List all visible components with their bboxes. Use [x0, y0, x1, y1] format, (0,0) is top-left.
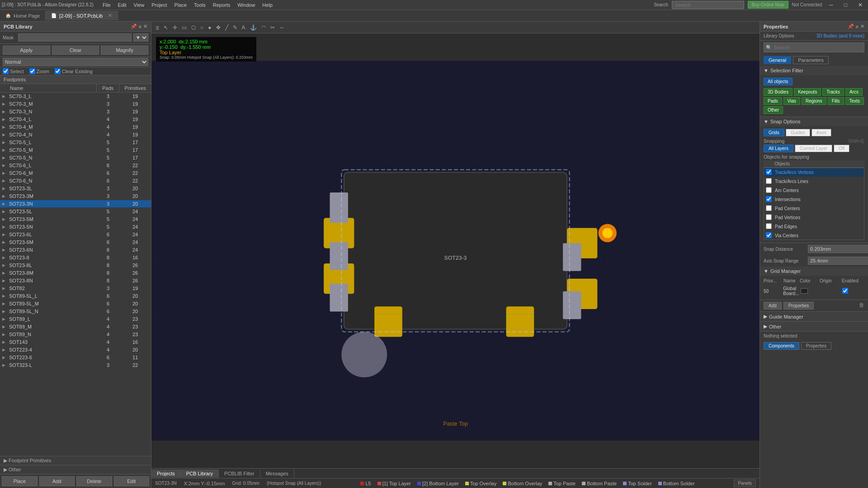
- cut-icon[interactable]: ✂: [269, 23, 276, 32]
- snap-tab-grids[interactable]: Grids: [764, 129, 784, 136]
- snap-object-row[interactable]: Pad Edges: [764, 222, 864, 231]
- guide-manager-header[interactable]: ▶ Guide Manager: [760, 312, 868, 321]
- snap-tab-axes[interactable]: Axes: [811, 129, 831, 136]
- table-row[interactable]: ▶ SOT82 3 19: [0, 285, 151, 292]
- dot-icon[interactable]: ●: [207, 23, 212, 32]
- add-button[interactable]: Add: [39, 476, 75, 486]
- magnify-button[interactable]: Magnify: [101, 46, 148, 55]
- selection-filter-chip[interactable]: Arcs: [845, 88, 863, 96]
- col-pads-header[interactable]: Pads: [97, 84, 119, 92]
- footprint-primitives-toggle[interactable]: ▶ Footprint Primitives: [0, 456, 151, 465]
- panel-pin-button[interactable]: 📌: [131, 23, 137, 29]
- snap-object-checkbox[interactable]: [766, 178, 772, 184]
- layer-tab[interactable]: Bottom Paste: [579, 480, 619, 487]
- menu-edit[interactable]: Edit: [114, 1, 130, 9]
- table-row[interactable]: ▶ SC70-3_L 3 19: [0, 93, 151, 100]
- table-row[interactable]: ▶ SC70-5_N 5 17: [0, 154, 151, 162]
- snap-object-row[interactable]: Intersections: [764, 195, 864, 204]
- tab-pcblib-filter[interactable]: PCBLIB Filter: [219, 469, 260, 478]
- selection-filter-chip[interactable]: Keepouts: [794, 88, 821, 96]
- tab-parameters[interactable]: Parameters: [793, 56, 829, 64]
- layer-tab[interactable]: [1] Top Layer: [375, 480, 414, 487]
- place-button[interactable]: Place: [2, 476, 38, 486]
- tab-pcb-library[interactable]: PCB Library: [181, 469, 219, 478]
- text-icon[interactable]: A: [241, 23, 247, 32]
- grid-delete-button[interactable]: 🗑: [859, 302, 864, 310]
- clear-button[interactable]: Clear: [52, 46, 99, 55]
- snap-object-row[interactable]: Pad Centers: [764, 204, 864, 213]
- tab-pcblib[interactable]: 📄 [2-09] - SOT.PcbLib ✕: [46, 11, 118, 20]
- buy-online-button[interactable]: Buy Online Now: [748, 1, 788, 9]
- selection-filter-chip[interactable]: Other: [764, 106, 783, 114]
- select-checkbox-label[interactable]: Select: [3, 68, 24, 74]
- circle-icon[interactable]: ○: [199, 23, 205, 32]
- select-checkbox[interactable]: [3, 68, 9, 74]
- right-close-button[interactable]: ✕: [860, 23, 864, 29]
- selection-filter-chip[interactable]: Tracks: [822, 88, 844, 96]
- other-section-header[interactable]: ▶ Other: [760, 322, 868, 331]
- col-primitives-header[interactable]: Primitives: [119, 84, 151, 92]
- table-row[interactable]: ▶ SOT223-4 4 20: [0, 346, 151, 354]
- selection-filter-chip[interactable]: Pads: [764, 97, 782, 105]
- col-name-header[interactable]: Name: [7, 84, 97, 92]
- edit-button[interactable]: Edit: [114, 476, 150, 486]
- table-row[interactable]: ▶ SOT23-3M 3 20: [0, 192, 151, 200]
- clear-existing-checkbox-label[interactable]: Clear Existing: [55, 68, 93, 74]
- table-row[interactable]: ▶ SOT89_N 4 23: [0, 331, 151, 338]
- table-row[interactable]: ▶ SOT23-3L 3 20: [0, 185, 151, 192]
- snap-tab-guides[interactable]: Guides: [786, 129, 810, 136]
- snap-object-row[interactable]: Arc Centers: [764, 186, 864, 195]
- table-row[interactable]: ▶ SC70-5_L 5 17: [0, 139, 151, 146]
- measure-icon[interactable]: ↔: [278, 23, 286, 32]
- table-row[interactable]: ▶ SOT89-5L_M 6 20: [0, 300, 151, 308]
- selection-filter-chip[interactable]: Vias: [783, 97, 800, 105]
- menu-window[interactable]: Window: [234, 1, 259, 9]
- table-row[interactable]: ▶ SOT143 4 16: [0, 338, 151, 346]
- table-row[interactable]: ▶ SC70-6_L 6 22: [0, 162, 151, 169]
- tab-components[interactable]: Components: [764, 342, 799, 350]
- tab-general[interactable]: General: [764, 56, 791, 64]
- tab-properties[interactable]: Properties: [801, 342, 832, 350]
- layer-tab[interactable]: Bottom Overlay: [500, 480, 545, 487]
- snap-all-layers-btn[interactable]: All Layers: [764, 145, 793, 152]
- table-row[interactable]: ▶ SOT23-8M 8 26: [0, 269, 151, 277]
- layer-tab[interactable]: L5: [358, 480, 373, 487]
- snap-object-row[interactable]: Track/Arcs Vertices: [764, 168, 864, 177]
- table-row[interactable]: ▶ SC70-3_M 3 19: [0, 100, 151, 108]
- table-row[interactable]: ▶ SOT89_M 4 23: [0, 323, 151, 331]
- mask-dropdown[interactable]: ▼: [133, 33, 148, 42]
- close-button[interactable]: ✕: [854, 1, 866, 9]
- snap-object-checkbox[interactable]: [766, 205, 772, 211]
- table-row[interactable]: ▶ SOT23-8N 8 26: [0, 277, 151, 285]
- library-options-value[interactable]: 3D Bodies (and 9 more): [816, 33, 864, 38]
- rect-icon[interactable]: ▭: [180, 23, 188, 32]
- tab-messages[interactable]: Messages: [260, 469, 294, 478]
- mask-input[interactable]: [18, 33, 132, 42]
- table-row[interactable]: ▶ SC70-5_M 5 17: [0, 146, 151, 154]
- anchor-icon[interactable]: ⚓: [249, 23, 258, 32]
- minimize-button[interactable]: ─: [826, 1, 837, 9]
- top-search-input[interactable]: [672, 1, 744, 9]
- menu-project[interactable]: Project: [148, 1, 170, 9]
- tab-home-page[interactable]: 🏠 Home Page: [0, 11, 46, 20]
- menu-place[interactable]: Place: [170, 1, 190, 9]
- apply-button[interactable]: Apply: [3, 46, 50, 55]
- snap-object-checkbox[interactable]: [766, 196, 772, 202]
- panels-button[interactable]: Panels: [734, 479, 756, 487]
- snap-object-checkbox[interactable]: [766, 223, 772, 229]
- zoom-checkbox[interactable]: [29, 68, 35, 74]
- maximize-button[interactable]: □: [840, 1, 851, 9]
- table-row[interactable]: ▶ SOT223-6 6 11: [0, 354, 151, 361]
- right-pin-button[interactable]: 📌: [848, 23, 854, 29]
- table-row[interactable]: ▶ SC70-6_N 6 22: [0, 177, 151, 185]
- move-icon[interactable]: ✥: [215, 23, 222, 32]
- layer-tab[interactable]: [2] Bottom Layer: [415, 480, 462, 487]
- menu-help[interactable]: Help: [259, 1, 276, 9]
- table-row[interactable]: ▶ SOT89_L 4 23: [0, 315, 151, 323]
- pcb-canvas[interactable]: SOT23-3: [151, 33, 760, 468]
- layer-tab[interactable]: Top Overlay: [462, 480, 500, 487]
- cross-icon[interactable]: ✛: [171, 23, 179, 32]
- table-row[interactable]: ▶ SC70-4_N 4 19: [0, 131, 151, 139]
- snap-current-layer-btn[interactable]: Current Layer: [795, 145, 832, 152]
- table-row[interactable]: ▶ SC70-4_L 4 19: [0, 116, 151, 123]
